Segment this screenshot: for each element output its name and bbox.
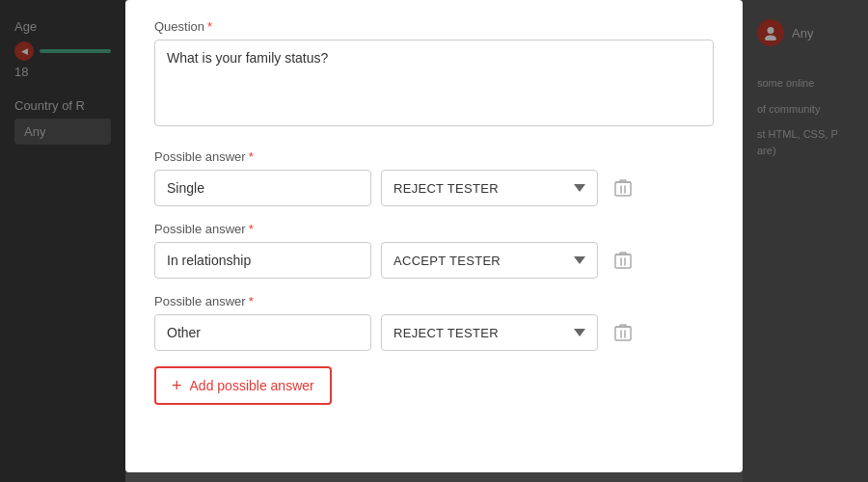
possible-answer-label-0: Possible answer* (154, 149, 714, 164)
svg-rect-3 (615, 254, 631, 268)
question-label: Question * (154, 19, 714, 34)
answer-select-2[interactable]: REJECT TESTERACCEPT TESTER (381, 314, 598, 351)
answer-input-0[interactable] (154, 170, 371, 206)
answer-section-2: Possible answer*REJECT TESTERACCEPT TEST… (154, 294, 714, 351)
answer-row-0: REJECT TESTERACCEPT TESTER (154, 170, 714, 206)
answer-input-2[interactable] (154, 314, 371, 351)
required-star-2: * (249, 294, 254, 308)
required-star: * (207, 19, 212, 34)
delete-answer-button-2[interactable] (608, 317, 638, 348)
plus-icon: + (172, 377, 182, 394)
modal-overlay: Question * Possible answer*REJECT TESTER… (0, 0, 868, 482)
answer-select-1[interactable]: REJECT TESTERACCEPT TESTER (381, 242, 598, 279)
add-answer-label: Add possible answer (190, 378, 314, 393)
add-possible-answer-button[interactable]: + Add possible answer (154, 366, 332, 405)
required-star-1: * (249, 222, 254, 236)
answer-row-2: REJECT TESTERACCEPT TESTER (154, 314, 714, 351)
delete-answer-button-0[interactable] (608, 173, 638, 203)
required-star-0: * (249, 149, 254, 164)
answer-select-0[interactable]: REJECT TESTERACCEPT TESTER (381, 170, 598, 206)
delete-answer-button-1[interactable] (608, 245, 638, 276)
answer-row-1: REJECT TESTERACCEPT TESTER (154, 242, 714, 279)
svg-rect-2 (615, 182, 631, 196)
answer-input-1[interactable] (154, 242, 371, 279)
modal-panel: Question * Possible answer*REJECT TESTER… (125, 0, 743, 472)
answer-section-1: Possible answer*REJECT TESTERACCEPT TEST… (154, 222, 714, 279)
svg-rect-4 (615, 327, 631, 340)
possible-answer-label-1: Possible answer* (154, 222, 714, 236)
possible-answer-label-2: Possible answer* (154, 294, 714, 308)
question-textarea[interactable] (154, 40, 714, 126)
answers-container: Possible answer*REJECT TESTERACCEPT TEST… (154, 149, 714, 351)
answer-section-0: Possible answer*REJECT TESTERACCEPT TEST… (154, 149, 714, 206)
